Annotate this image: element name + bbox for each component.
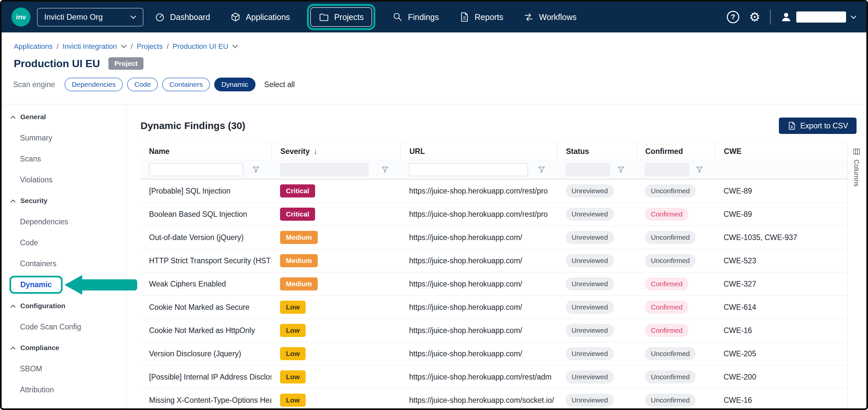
- column-header-severity[interactable]: Severity ↓: [272, 143, 401, 160]
- column-header-confirmed[interactable]: Confirmed: [637, 143, 715, 160]
- sidebar-section-general[interactable]: General: [2, 106, 126, 127]
- column-header-cwe[interactable]: CWE: [715, 143, 847, 160]
- nav-dashboard[interactable]: Dashboard: [155, 12, 210, 22]
- finding-name[interactable]: Missing X-Content-Type-Options Header: [141, 396, 272, 405]
- finding-name[interactable]: HTTP Strict Transport Security (HSTS): [141, 256, 272, 265]
- status-badge: Unreviewed: [566, 277, 614, 290]
- status-badge: Unreviewed: [566, 231, 614, 244]
- chevron-down-icon: [850, 15, 857, 19]
- finding-cwe: CWE-205: [715, 349, 847, 358]
- nav-label: Dashboard: [170, 12, 210, 22]
- chevron-down-icon[interactable]: [232, 44, 238, 49]
- help-icon[interactable]: ?: [727, 11, 739, 23]
- confirmed-badge: Confirmed: [645, 208, 688, 221]
- main-header: Dynamic Findings (30) Export to CSV: [141, 118, 865, 134]
- nav-reports[interactable]: Reports: [459, 12, 503, 22]
- org-selector[interactable]: Invicti Demo Org: [37, 8, 144, 27]
- table-row[interactable]: HTTP Strict Transport Security (HSTS) Me…: [141, 249, 847, 273]
- severity-badge: Medium: [280, 254, 318, 267]
- filter-funnel-icon[interactable]: [617, 166, 625, 173]
- nav-findings[interactable]: Findings: [393, 12, 439, 22]
- finding-cwe: CWE-614: [715, 303, 847, 312]
- sidebar-section-compliance[interactable]: Compliance: [2, 337, 126, 358]
- url-filter-input[interactable]: [409, 163, 528, 176]
- user-menu[interactable]: [780, 11, 857, 23]
- invicti-logo-icon[interactable]: inv: [11, 7, 30, 27]
- filter-funnel-icon[interactable]: [252, 166, 260, 173]
- chevron-up-icon: [10, 115, 16, 119]
- sidebar-item-dependencies[interactable]: Dependencies: [2, 211, 126, 232]
- table-row[interactable]: [Probable] SQL Injection Critical https:…: [141, 180, 847, 203]
- applications-icon: [230, 12, 241, 22]
- scan-engine-dependencies[interactable]: Dependencies: [64, 77, 123, 91]
- nav-applications[interactable]: Applications: [230, 12, 290, 22]
- confirmed-badge: Confirmed: [645, 277, 688, 290]
- finding-name[interactable]: Cookie Not Marked as Secure: [141, 303, 272, 312]
- table-row[interactable]: Version Disclosure (Jquery) Low https://…: [141, 342, 847, 366]
- filter-funnel-icon[interactable]: [696, 166, 703, 173]
- nav-projects[interactable]: Projects: [310, 7, 372, 27]
- confirmed-badge: Unconfirmed: [645, 393, 696, 407]
- user-avatar-icon: [780, 11, 792, 23]
- finding-name[interactable]: [Possible] Internal IP Address Disclosur…: [141, 373, 272, 381]
- table-row[interactable]: Missing X-Content-Type-Options Header Lo…: [141, 389, 847, 408]
- main-nav: Dashboard Applications Projects Findings…: [155, 7, 577, 27]
- findings-title: Dynamic Findings (30): [141, 120, 245, 131]
- filter-funnel-icon[interactable]: [381, 166, 389, 173]
- sidebar-item-dynamic[interactable]: Dynamic: [9, 276, 63, 294]
- sidebar-item-sbom[interactable]: SBOM: [2, 358, 126, 379]
- sidebar-section-configuration[interactable]: Configuration: [2, 295, 126, 316]
- breadcrumb-projects[interactable]: Projects: [136, 42, 162, 51]
- filter-funnel-icon[interactable]: [538, 166, 546, 173]
- finding-name[interactable]: Out-of-date Version (jQuery): [141, 233, 272, 242]
- breadcrumb-production-ui-eu[interactable]: Production UI EU: [173, 42, 228, 51]
- finding-name[interactable]: Weak Ciphers Enabled: [141, 280, 272, 288]
- status-filter-input[interactable]: [566, 163, 610, 176]
- table-row[interactable]: [Possible] Internal IP Address Disclosur…: [141, 366, 847, 389]
- column-header-name[interactable]: Name: [141, 143, 272, 160]
- column-header-status[interactable]: Status: [557, 143, 637, 160]
- topnav-right: ? ⚙: [727, 9, 857, 25]
- columns-panel-toggle[interactable]: Columns: [847, 143, 865, 408]
- org-selector-label: Invicti Demo Org: [44, 12, 103, 22]
- sidebar-item-violations[interactable]: Violations: [2, 169, 126, 190]
- finding-name[interactable]: [Probable] SQL Injection: [141, 187, 272, 195]
- table-body: [Probable] SQL Injection Critical https:…: [141, 180, 847, 408]
- table-row[interactable]: Out-of-date Version (jQuery) Medium http…: [141, 226, 847, 249]
- status-badge: Unreviewed: [566, 370, 614, 383]
- confirmed-badge: Confirmed: [645, 324, 688, 337]
- scan-engine-code[interactable]: Code: [127, 77, 158, 91]
- sidebar-item-code[interactable]: Code: [2, 232, 126, 253]
- sidebar-item-summary[interactable]: Summary: [2, 127, 126, 148]
- finding-url: https://juice-shop.herokuapp.com/: [401, 326, 557, 335]
- sidebar-item-code-scan-config[interactable]: Code Scan Config: [2, 316, 126, 337]
- finding-name[interactable]: Version Disclosure (Jquery): [141, 349, 272, 358]
- finding-cwe: CWE-16: [715, 396, 847, 405]
- confirmed-filter-input[interactable]: [645, 163, 689, 176]
- gear-icon[interactable]: ⚙: [749, 11, 760, 23]
- scan-engine-containers[interactable]: Containers: [162, 77, 210, 91]
- export-to-csv-button[interactable]: Export to CSV: [779, 118, 857, 134]
- sidebar-item-attribution[interactable]: Attribution: [2, 379, 126, 400]
- scan-engine-dynamic[interactable]: Dynamic: [214, 77, 255, 91]
- table-row[interactable]: Boolean Based SQL Injection Critical htt…: [141, 203, 847, 226]
- chevron-down-icon[interactable]: [121, 44, 127, 49]
- table-row[interactable]: Cookie Not Marked as Secure Low https://…: [141, 296, 847, 319]
- name-filter-input[interactable]: [149, 163, 243, 176]
- sidebar-item-containers[interactable]: Containers: [2, 253, 126, 274]
- table-row[interactable]: Cookie Not Marked as HttpOnly Low https:…: [141, 319, 847, 342]
- status-badge: Unreviewed: [566, 324, 614, 337]
- finding-name[interactable]: Boolean Based SQL Injection: [141, 210, 272, 219]
- breadcrumb-invicti-integration[interactable]: Invicti Integration: [63, 42, 117, 51]
- sidebar-section-security[interactable]: Security: [2, 190, 126, 211]
- table-row[interactable]: Weak Ciphers Enabled Medium https://juic…: [141, 273, 847, 296]
- breadcrumb-applications[interactable]: Applications: [14, 42, 53, 51]
- sidebar-item-scans[interactable]: Scans: [2, 148, 126, 169]
- nav-workflows[interactable]: Workflows: [523, 12, 577, 22]
- column-header-url[interactable]: URL: [401, 143, 557, 160]
- severity-badge: Low: [280, 324, 306, 337]
- select-all-link[interactable]: Select all: [264, 80, 295, 89]
- finding-name[interactable]: Cookie Not Marked as HttpOnly: [141, 326, 272, 335]
- page-header: Applications / Invicti Integration / Pro…: [2, 32, 866, 104]
- severity-filter-input[interactable]: [280, 163, 369, 176]
